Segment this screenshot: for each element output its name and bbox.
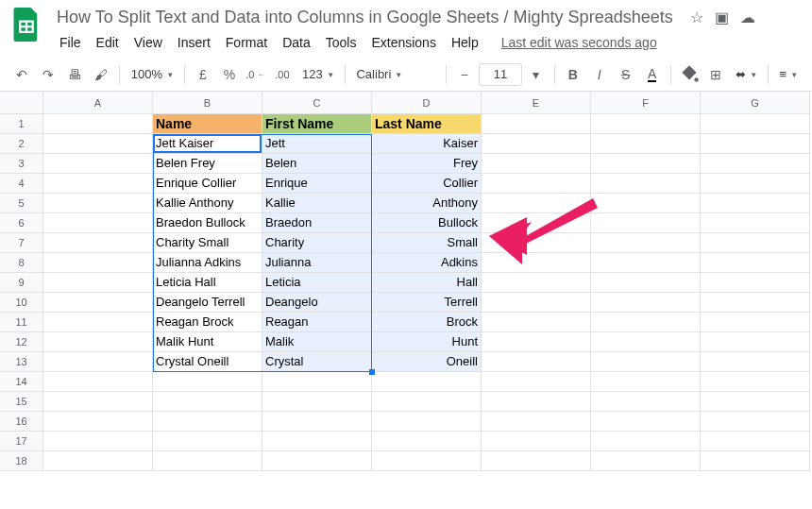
cell[interactable] bbox=[482, 253, 591, 273]
cell[interactable] bbox=[153, 372, 262, 392]
sheets-logo[interactable] bbox=[9, 8, 43, 42]
cell[interactable] bbox=[482, 332, 591, 352]
cell[interactable]: Charity bbox=[262, 233, 372, 253]
cell[interactable] bbox=[591, 194, 701, 213]
cell[interactable] bbox=[482, 432, 591, 451]
row-header-4[interactable]: 4 bbox=[0, 174, 43, 194]
cell[interactable] bbox=[591, 154, 701, 174]
cell[interactable] bbox=[591, 313, 701, 332]
column-header-D[interactable]: D bbox=[372, 92, 482, 114]
cell[interactable] bbox=[43, 194, 153, 213]
cell[interactable] bbox=[372, 372, 482, 392]
cell[interactable] bbox=[701, 372, 810, 392]
cell[interactable] bbox=[591, 114, 701, 134]
cell[interactable] bbox=[43, 273, 153, 293]
menu-extensions[interactable]: Extensions bbox=[364, 31, 442, 54]
menu-edit[interactable]: Edit bbox=[90, 31, 126, 54]
menu-tools[interactable]: Tools bbox=[319, 31, 364, 54]
cell[interactable]: Kallie Anthony bbox=[153, 194, 262, 213]
cell[interactable] bbox=[43, 412, 153, 432]
percent-button[interactable]: % bbox=[217, 62, 242, 87]
row-header-1[interactable]: 1 bbox=[0, 114, 43, 134]
cell[interactable] bbox=[43, 174, 153, 194]
merge-cells-dropdown[interactable]: ⬌ bbox=[730, 62, 762, 87]
undo-button[interactable]: ↶ bbox=[9, 62, 34, 87]
column-header-F[interactable]: F bbox=[591, 92, 701, 114]
cell[interactable]: Crystal bbox=[262, 352, 372, 372]
row-header-5[interactable]: 5 bbox=[0, 194, 43, 213]
cell[interactable]: Kallie bbox=[262, 194, 372, 213]
strikethrough-button[interactable]: S bbox=[614, 62, 638, 87]
last-edit-link[interactable]: Last edit was seconds ago bbox=[497, 31, 662, 54]
cell[interactable] bbox=[482, 352, 591, 372]
menu-file[interactable]: File bbox=[53, 31, 88, 54]
cell[interactable]: Adkins bbox=[372, 253, 482, 273]
cell[interactable] bbox=[591, 392, 701, 412]
move-icon[interactable]: ▣ bbox=[715, 8, 729, 26]
currency-button[interactable]: £ bbox=[191, 62, 215, 87]
cell[interactable] bbox=[43, 253, 153, 273]
horizontal-align-dropdown[interactable]: ≡ bbox=[773, 62, 803, 87]
cell[interactable] bbox=[482, 134, 591, 154]
cell[interactable] bbox=[153, 412, 262, 432]
cell[interactable] bbox=[701, 233, 810, 253]
cell[interactable] bbox=[591, 412, 701, 432]
cell[interactable] bbox=[262, 392, 372, 412]
cell[interactable]: Brock bbox=[372, 313, 482, 332]
document-title[interactable]: How To Split Text and Data into Columns … bbox=[53, 6, 677, 29]
cell[interactable] bbox=[43, 154, 153, 174]
cell[interactable] bbox=[701, 213, 810, 233]
select-all-corner[interactable] bbox=[0, 92, 43, 114]
cell[interactable] bbox=[701, 134, 810, 154]
cell[interactable]: Hall bbox=[372, 273, 482, 293]
cell[interactable] bbox=[701, 432, 810, 451]
cell[interactable]: Reagan Brock bbox=[153, 313, 262, 332]
cell[interactable] bbox=[591, 293, 701, 313]
cell[interactable] bbox=[43, 213, 153, 233]
cell[interactable] bbox=[43, 432, 153, 451]
font-size-increase[interactable]: ▾ bbox=[524, 62, 549, 87]
more-formats-dropdown[interactable]: 123 bbox=[296, 62, 339, 87]
cell[interactable] bbox=[701, 273, 810, 293]
menu-data[interactable]: Data bbox=[276, 31, 317, 54]
font-size-decrease[interactable]: − bbox=[452, 62, 477, 87]
font-size-input[interactable] bbox=[479, 63, 522, 86]
cell[interactable] bbox=[43, 451, 153, 471]
cell[interactable]: Charity Small bbox=[153, 233, 262, 253]
cell[interactable]: Deangelo bbox=[262, 293, 372, 313]
cell[interactable] bbox=[43, 332, 153, 352]
cell[interactable] bbox=[701, 332, 810, 352]
cell[interactable] bbox=[372, 432, 482, 451]
cell[interactable] bbox=[482, 114, 591, 134]
menu-insert[interactable]: Insert bbox=[171, 31, 217, 54]
borders-button[interactable]: ⊞ bbox=[703, 62, 728, 87]
cell[interactable] bbox=[262, 451, 372, 471]
cell[interactable]: Leticia bbox=[262, 273, 372, 293]
cell[interactable] bbox=[482, 293, 591, 313]
cell[interactable] bbox=[701, 293, 810, 313]
row-header-6[interactable]: 6 bbox=[0, 213, 43, 233]
row-header-17[interactable]: 17 bbox=[0, 432, 43, 451]
cell[interactable]: Collier bbox=[372, 174, 482, 194]
cell[interactable] bbox=[482, 154, 591, 174]
cell[interactable]: Last Name bbox=[372, 114, 482, 134]
cell[interactable] bbox=[701, 253, 810, 273]
bold-button[interactable]: B bbox=[561, 62, 585, 87]
cell[interactable] bbox=[43, 313, 153, 332]
cell[interactable] bbox=[482, 194, 591, 213]
row-header-8[interactable]: 8 bbox=[0, 253, 43, 273]
cell[interactable]: Deangelo Terrell bbox=[153, 293, 262, 313]
cell[interactable] bbox=[591, 174, 701, 194]
cell[interactable] bbox=[482, 213, 591, 233]
cell[interactable]: Frey bbox=[372, 154, 482, 174]
row-header-15[interactable]: 15 bbox=[0, 392, 43, 412]
cell[interactable] bbox=[701, 412, 810, 432]
cell[interactable]: Julianna bbox=[262, 253, 372, 273]
cell[interactable]: Braedon bbox=[262, 213, 372, 233]
spreadsheet-grid[interactable]: NameFirst NameLast NameJett KaiserJettKa… bbox=[43, 114, 810, 471]
cell[interactable]: Name bbox=[153, 114, 262, 134]
cell[interactable]: Belen bbox=[262, 154, 372, 174]
cell[interactable]: Terrell bbox=[372, 293, 482, 313]
cell[interactable] bbox=[482, 273, 591, 293]
cell[interactable] bbox=[591, 372, 701, 392]
